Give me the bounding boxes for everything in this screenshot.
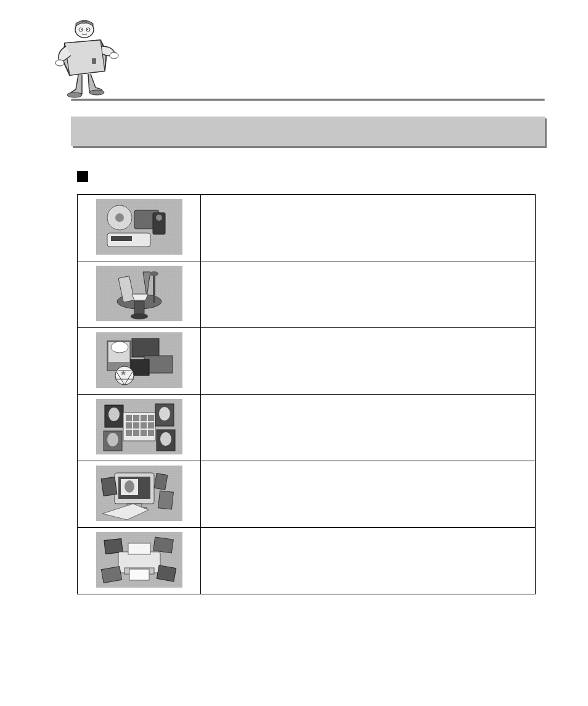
svg-point-1 <box>82 21 87 23</box>
svg-rect-82 <box>157 565 176 581</box>
svg-rect-52 <box>126 430 132 436</box>
svg-rect-45 <box>133 415 139 421</box>
table-row <box>78 528 536 594</box>
svg-rect-44 <box>126 415 132 421</box>
svg-rect-78 <box>128 543 150 554</box>
tools-icon <box>96 266 182 321</box>
svg-rect-46 <box>141 415 147 421</box>
svg-point-57 <box>159 407 170 421</box>
feature-desc <box>201 328 536 395</box>
svg-rect-53 <box>133 430 139 436</box>
svg-rect-72 <box>158 490 173 509</box>
svg-rect-51 <box>148 422 154 429</box>
svg-point-37 <box>115 366 134 385</box>
feature-desc <box>201 195 536 261</box>
svg-point-18 <box>156 215 162 221</box>
monitor-icon <box>96 466 182 521</box>
svg-rect-54 <box>141 430 147 436</box>
feature-desc <box>201 261 536 328</box>
svg-rect-55 <box>148 430 154 436</box>
svg-point-67 <box>125 480 134 493</box>
svg-rect-81 <box>101 566 121 583</box>
feature-desc <box>201 395 536 461</box>
svg-rect-70 <box>101 477 117 496</box>
svg-point-5 <box>87 29 88 30</box>
header-divider <box>71 99 545 101</box>
svg-rect-48 <box>126 422 132 429</box>
svg-rect-71 <box>154 473 168 490</box>
svg-rect-50 <box>141 422 147 429</box>
svg-point-9 <box>67 92 82 97</box>
mascot-illustration <box>52 18 120 99</box>
bullet-icon <box>77 171 88 182</box>
svg-point-28 <box>150 271 158 276</box>
svg-rect-27 <box>153 275 155 303</box>
svg-rect-76 <box>153 537 173 553</box>
feature-desc <box>201 528 536 594</box>
table-row <box>78 395 536 461</box>
section-title-bar <box>71 117 545 146</box>
svg-point-61 <box>160 432 171 446</box>
album-icon <box>96 399 182 454</box>
table-row <box>78 461 536 528</box>
svg-rect-80 <box>129 569 149 580</box>
table-row <box>78 195 536 261</box>
svg-point-4 <box>81 29 82 30</box>
devices-icon <box>96 199 182 255</box>
table-row <box>78 261 536 328</box>
printer-icon <box>96 532 182 588</box>
svg-point-25 <box>131 313 148 319</box>
svg-point-59 <box>107 433 118 446</box>
svg-point-33 <box>111 342 128 353</box>
svg-point-42 <box>108 408 120 421</box>
svg-rect-49 <box>133 422 139 429</box>
feature-table <box>77 194 536 594</box>
clipart-icon <box>96 332 182 388</box>
svg-rect-20 <box>111 236 132 241</box>
svg-point-10 <box>89 90 104 95</box>
svg-point-7 <box>55 60 64 66</box>
svg-point-15 <box>115 213 124 222</box>
table-row <box>78 328 536 395</box>
svg-rect-34 <box>132 339 159 357</box>
svg-rect-47 <box>148 415 154 421</box>
svg-point-8 <box>110 52 118 59</box>
feature-desc <box>201 461 536 528</box>
svg-rect-6 <box>92 59 96 64</box>
